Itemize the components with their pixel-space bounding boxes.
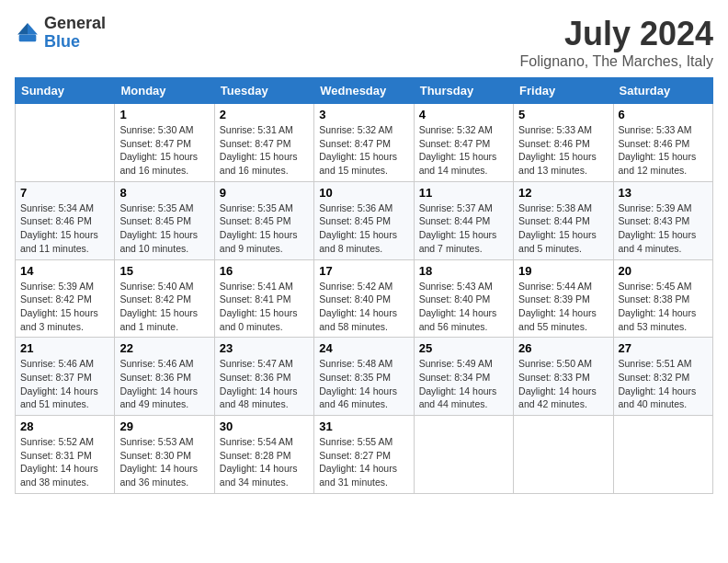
calendar-week-row: 14Sunrise: 5:39 AMSunset: 8:42 PMDayligh… [16,259,713,338]
calendar-cell: 30Sunrise: 5:54 AMSunset: 8:28 PMDayligh… [214,416,313,494]
calendar-cell: 31Sunrise: 5:55 AMSunset: 8:27 PMDayligh… [314,416,414,494]
page-header: General Blue July 2024 Folignano, The Ma… [15,15,713,70]
month-title: July 2024 [520,15,713,53]
calendar-cell [16,104,115,182]
svg-marker-0 [28,23,38,34]
day-number: 26 [518,341,608,355]
cell-info: Sunrise: 5:39 AMSunset: 8:42 PMDaylight:… [20,280,109,334]
weekday-header-row: SundayMondayTuesdayWednesdayThursdayFrid… [16,78,713,104]
cell-info: Sunrise: 5:37 AMSunset: 8:44 PMDaylight:… [419,201,508,256]
weekday-header-thursday: Thursday [414,78,513,104]
day-number: 30 [220,419,309,433]
calendar-cell: 10Sunrise: 5:36 AMSunset: 8:45 PMDayligh… [314,181,414,259]
day-number: 10 [319,186,408,200]
weekday-header-saturday: Saturday [613,78,712,104]
calendar-cell: 18Sunrise: 5:43 AMSunset: 8:40 PMDayligh… [414,259,513,338]
calendar-cell: 19Sunrise: 5:44 AMSunset: 8:39 PMDayligh… [514,259,613,338]
day-number: 13 [619,186,708,200]
day-number: 5 [518,108,608,121]
calendar-cell: 17Sunrise: 5:42 AMSunset: 8:40 PMDayligh… [314,259,414,338]
cell-info: Sunrise: 5:34 AMSunset: 8:46 PMDaylight:… [20,201,109,256]
calendar-cell: 23Sunrise: 5:47 AMSunset: 8:36 PMDayligh… [214,338,313,416]
day-number: 18 [419,264,508,278]
weekday-header-sunday: Sunday [16,78,115,104]
calendar-cell: 8Sunrise: 5:35 AMSunset: 8:45 PMDaylight… [115,181,214,259]
day-number: 11 [419,186,508,200]
day-number: 14 [20,264,109,278]
calendar-cell: 13Sunrise: 5:39 AMSunset: 8:43 PMDayligh… [613,181,712,259]
calendar-cell: 24Sunrise: 5:48 AMSunset: 8:35 PMDayligh… [314,338,414,416]
cell-info: Sunrise: 5:55 AMSunset: 8:27 PMDaylight:… [319,435,408,489]
calendar-cell [514,416,613,494]
cell-info: Sunrise: 5:41 AMSunset: 8:41 PMDaylight:… [220,280,309,334]
calendar-cell: 16Sunrise: 5:41 AMSunset: 8:41 PMDayligh… [214,259,313,338]
calendar-cell: 29Sunrise: 5:53 AMSunset: 8:30 PMDayligh… [115,416,214,494]
calendar-cell: 11Sunrise: 5:37 AMSunset: 8:44 PMDayligh… [414,181,513,259]
cell-info: Sunrise: 5:42 AMSunset: 8:40 PMDaylight:… [319,280,408,334]
day-number: 21 [20,341,109,355]
cell-info: Sunrise: 5:45 AMSunset: 8:38 PMDaylight:… [619,280,708,334]
day-number: 25 [419,341,508,355]
calendar-cell: 27Sunrise: 5:51 AMSunset: 8:32 PMDayligh… [613,338,712,416]
calendar-cell: 2Sunrise: 5:31 AMSunset: 8:47 PMDaylight… [214,104,313,182]
cell-info: Sunrise: 5:31 AMSunset: 8:47 PMDaylight:… [220,123,309,178]
title-block: July 2024 Folignano, The Marches, Italy [520,15,713,70]
cell-info: Sunrise: 5:48 AMSunset: 8:35 PMDaylight:… [319,357,408,411]
cell-info: Sunrise: 5:36 AMSunset: 8:45 PMDaylight:… [319,201,408,256]
cell-info: Sunrise: 5:43 AMSunset: 8:40 PMDaylight:… [419,280,508,334]
cell-info: Sunrise: 5:54 AMSunset: 8:28 PMDaylight:… [220,435,309,489]
cell-info: Sunrise: 5:47 AMSunset: 8:36 PMDaylight:… [220,357,309,411]
calendar-cell: 5Sunrise: 5:33 AMSunset: 8:46 PMDaylight… [514,104,613,182]
cell-info: Sunrise: 5:40 AMSunset: 8:42 PMDaylight:… [119,280,209,334]
day-number: 8 [119,186,209,200]
cell-info: Sunrise: 5:44 AMSunset: 8:39 PMDaylight:… [518,280,608,334]
calendar-cell: 25Sunrise: 5:49 AMSunset: 8:34 PMDayligh… [414,338,513,416]
day-number: 22 [119,341,209,355]
svg-marker-1 [17,23,28,34]
day-number: 31 [319,419,408,433]
day-number: 1 [119,108,209,121]
day-number: 3 [319,108,408,121]
calendar-cell: 9Sunrise: 5:35 AMSunset: 8:45 PMDaylight… [214,181,313,259]
calendar-cell: 22Sunrise: 5:46 AMSunset: 8:36 PMDayligh… [115,338,214,416]
day-number: 24 [319,341,408,355]
day-number: 15 [119,264,209,278]
calendar-cell: 14Sunrise: 5:39 AMSunset: 8:42 PMDayligh… [16,259,115,338]
cell-info: Sunrise: 5:33 AMSunset: 8:46 PMDaylight:… [518,123,608,178]
calendar-table: SundayMondayTuesdayWednesdayThursdayFrid… [15,77,713,494]
weekday-header-tuesday: Tuesday [214,78,313,104]
cell-info: Sunrise: 5:32 AMSunset: 8:47 PMDaylight:… [419,123,508,178]
cell-info: Sunrise: 5:51 AMSunset: 8:32 PMDaylight:… [619,357,708,411]
day-number: 27 [619,341,708,355]
cell-info: Sunrise: 5:32 AMSunset: 8:47 PMDaylight:… [319,123,408,178]
calendar-cell: 4Sunrise: 5:32 AMSunset: 8:47 PMDaylight… [414,104,513,182]
calendar-cell [613,416,712,494]
day-number: 9 [220,186,309,200]
day-number: 19 [518,264,608,278]
cell-info: Sunrise: 5:35 AMSunset: 8:45 PMDaylight:… [119,201,209,256]
cell-info: Sunrise: 5:38 AMSunset: 8:44 PMDaylight:… [518,201,608,256]
calendar-cell [414,416,513,494]
svg-rect-2 [19,34,37,41]
day-number: 6 [619,108,708,121]
weekday-header-monday: Monday [115,78,214,104]
cell-info: Sunrise: 5:52 AMSunset: 8:31 PMDaylight:… [20,435,109,489]
calendar-cell: 20Sunrise: 5:45 AMSunset: 8:38 PMDayligh… [613,259,712,338]
calendar-cell: 26Sunrise: 5:50 AMSunset: 8:33 PMDayligh… [514,338,613,416]
calendar-week-row: 28Sunrise: 5:52 AMSunset: 8:31 PMDayligh… [16,416,713,494]
cell-info: Sunrise: 5:49 AMSunset: 8:34 PMDaylight:… [419,357,508,411]
day-number: 7 [20,186,109,200]
calendar-cell: 28Sunrise: 5:52 AMSunset: 8:31 PMDayligh… [16,416,115,494]
calendar-cell: 21Sunrise: 5:46 AMSunset: 8:37 PMDayligh… [16,338,115,416]
cell-info: Sunrise: 5:39 AMSunset: 8:43 PMDaylight:… [619,201,708,256]
cell-info: Sunrise: 5:30 AMSunset: 8:47 PMDaylight:… [119,123,209,178]
calendar-cell: 3Sunrise: 5:32 AMSunset: 8:47 PMDaylight… [314,104,414,182]
cell-info: Sunrise: 5:53 AMSunset: 8:30 PMDaylight:… [119,435,209,489]
day-number: 16 [220,264,309,278]
day-number: 17 [319,264,408,278]
day-number: 2 [220,108,309,121]
calendar-cell: 6Sunrise: 5:33 AMSunset: 8:46 PMDaylight… [613,104,712,182]
weekday-header-wednesday: Wednesday [314,78,414,104]
cell-info: Sunrise: 5:46 AMSunset: 8:37 PMDaylight:… [20,357,109,411]
logo-text: General Blue [44,15,106,52]
